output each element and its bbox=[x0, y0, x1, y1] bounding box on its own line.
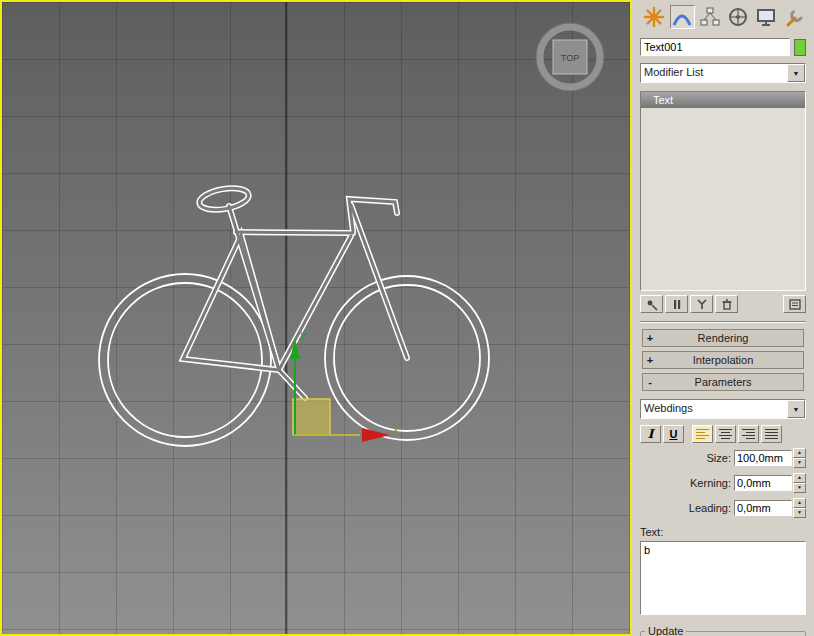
italic-button[interactable]: I bbox=[640, 425, 661, 443]
spinner-up-icon[interactable]: ▲ bbox=[793, 473, 806, 483]
modify-icon bbox=[671, 6, 693, 28]
align-left-icon bbox=[696, 429, 709, 439]
display-icon bbox=[755, 6, 777, 28]
tab-modify[interactable] bbox=[670, 5, 695, 29]
modifier-stack-toolbar bbox=[640, 295, 806, 313]
trash-icon bbox=[720, 298, 734, 311]
update-group-label: Update bbox=[645, 625, 686, 636]
rollout-rendering[interactable]: + Rendering bbox=[642, 329, 804, 347]
chevron-down-icon[interactable]: ▼ bbox=[787, 400, 805, 418]
kerning-field[interactable] bbox=[734, 475, 792, 491]
configure-modifier-sets-button[interactable] bbox=[783, 295, 806, 313]
leading-spinner[interactable]: ▲▼ bbox=[793, 498, 806, 518]
utilities-icon bbox=[783, 6, 805, 28]
gizmo-y-label: y bbox=[299, 328, 307, 340]
text-label: Text: bbox=[640, 526, 806, 538]
transform-gizmo[interactable]: y x bbox=[290, 328, 399, 442]
pin-icon bbox=[645, 298, 659, 311]
text-style-toolbar: I U bbox=[640, 425, 806, 443]
object-name-input[interactable] bbox=[640, 38, 790, 56]
object-color-swatch[interactable] bbox=[794, 39, 806, 56]
rollout-collapse-icon: - bbox=[643, 376, 657, 388]
show-end-result-icon bbox=[670, 298, 684, 311]
remove-modifier-button[interactable] bbox=[715, 295, 738, 313]
font-dropdown[interactable]: Webdings ▼ bbox=[640, 399, 806, 419]
rollout-parameters[interactable]: - Parameters bbox=[642, 373, 804, 391]
size-label: Size: bbox=[707, 452, 731, 464]
spinner-down-icon[interactable]: ▼ bbox=[793, 458, 806, 468]
spinner-down-icon[interactable]: ▼ bbox=[793, 483, 806, 493]
make-unique-button[interactable] bbox=[690, 295, 713, 313]
hierarchy-icon bbox=[699, 6, 721, 28]
rollout-interpolation-label: Interpolation bbox=[657, 354, 789, 366]
tab-hierarchy[interactable] bbox=[698, 5, 723, 29]
align-center-button[interactable] bbox=[715, 425, 736, 443]
align-justify-icon bbox=[765, 429, 778, 439]
tab-create[interactable] bbox=[642, 5, 667, 29]
kerning-label: Kerning: bbox=[690, 477, 731, 489]
spinner-down-icon[interactable]: ▼ bbox=[793, 508, 806, 518]
underline-button[interactable]: U bbox=[663, 425, 684, 443]
align-center-icon bbox=[719, 429, 732, 439]
gizmo-x-arrowhead[interactable] bbox=[362, 428, 390, 442]
align-left-button[interactable] bbox=[692, 425, 713, 443]
command-panel-tabs bbox=[640, 0, 806, 33]
motion-icon bbox=[727, 6, 749, 28]
create-icon bbox=[643, 6, 665, 28]
leading-label: Leading: bbox=[689, 502, 731, 514]
configure-sets-icon bbox=[788, 298, 802, 311]
leading-field[interactable] bbox=[734, 500, 792, 516]
viewport-top[interactable]: y x TOP bbox=[0, 0, 632, 636]
chevron-down-icon[interactable]: ▼ bbox=[787, 64, 805, 82]
make-unique-icon bbox=[695, 298, 709, 311]
pin-stack-button[interactable] bbox=[640, 295, 663, 313]
tab-display[interactable] bbox=[753, 5, 778, 29]
align-right-button[interactable] bbox=[738, 425, 759, 443]
kerning-spinner[interactable]: ▲▼ bbox=[793, 473, 806, 493]
modifier-list-dropdown[interactable]: Modifier List ▼ bbox=[640, 63, 806, 83]
rollout-rendering-label: Rendering bbox=[657, 332, 789, 344]
viewport-overlay: y x TOP bbox=[2, 2, 630, 634]
modifier-list-label: Modifier List bbox=[644, 66, 703, 78]
gizmo-xy-plane-handle[interactable] bbox=[293, 399, 330, 435]
rollout-expand-icon: + bbox=[643, 354, 657, 366]
size-field[interactable] bbox=[734, 450, 792, 466]
align-justify-button[interactable] bbox=[761, 425, 782, 443]
show-end-result-button[interactable] bbox=[665, 295, 688, 313]
panel-divider bbox=[640, 321, 806, 323]
command-panel: Modifier List ▼ Text bbox=[632, 0, 814, 636]
view-indicator[interactable]: TOP bbox=[536, 23, 604, 91]
tab-utilities[interactable] bbox=[781, 5, 806, 29]
spinner-up-icon[interactable]: ▲ bbox=[793, 498, 806, 508]
size-spinner[interactable]: ▲▼ bbox=[793, 448, 806, 468]
align-right-icon bbox=[742, 429, 755, 439]
update-group: Update Update bbox=[640, 625, 806, 636]
modifier-stack-item-text[interactable]: Text bbox=[641, 92, 805, 108]
rollout-expand-icon: + bbox=[643, 332, 657, 344]
text-entry-area[interactable]: b bbox=[640, 541, 806, 615]
font-name: Webdings bbox=[644, 402, 693, 414]
view-indicator-label: TOP bbox=[561, 53, 579, 63]
spinner-up-icon[interactable]: ▲ bbox=[793, 448, 806, 458]
rollout-parameters-label: Parameters bbox=[657, 376, 789, 388]
rollout-interpolation[interactable]: + Interpolation bbox=[642, 351, 804, 369]
tab-motion[interactable] bbox=[726, 5, 751, 29]
gizmo-x-label: x bbox=[392, 423, 399, 435]
modifier-stack: Text bbox=[640, 91, 806, 291]
